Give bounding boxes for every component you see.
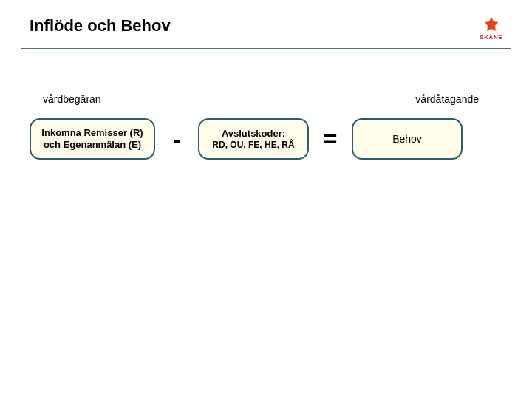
label-vardbegaran: vårdbegäran bbox=[43, 93, 101, 105]
page-title: Inflöde och Behov bbox=[30, 16, 171, 35]
region-skane-logo: SKÅNE bbox=[480, 16, 502, 41]
labels-row: vårdbegäran vårdåtagande bbox=[0, 49, 532, 105]
box-avslutskoder: Avslutskoder: RD, OU, FE, HE, RÅ bbox=[198, 118, 309, 160]
box-behov: Behov bbox=[352, 118, 463, 160]
label-vardatagande: vårdåtagande bbox=[415, 93, 479, 105]
box1-line1: Inkomna Remisser (R) bbox=[41, 127, 143, 139]
logo-text: SKÅNE bbox=[480, 34, 502, 41]
box2-line2: RD, OU, FE, HE, RÅ bbox=[212, 140, 294, 150]
box-inkomna-remisser: Inkomna Remisser (R) och Egenanmälan (E) bbox=[30, 118, 155, 160]
box1-line2: och Egenanmälan (E) bbox=[44, 139, 141, 151]
header: Inflöde och Behov SKÅNE bbox=[0, 0, 532, 48]
operator-minus: - bbox=[166, 126, 188, 153]
operator-equals: = bbox=[319, 126, 341, 153]
box2-line1: Avslutskoder: bbox=[222, 128, 285, 140]
equation-row: Inkomna Remisser (R) och Egenanmälan (E)… bbox=[0, 105, 532, 160]
logo-icon bbox=[483, 16, 499, 33]
box3-text: Behov bbox=[392, 133, 422, 145]
